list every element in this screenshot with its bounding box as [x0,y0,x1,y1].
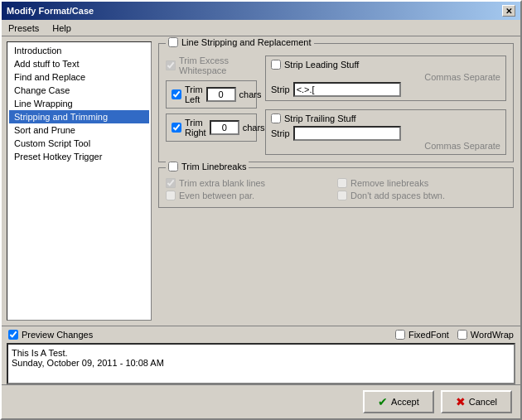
sidebar-item-stripping[interactable]: Stripping and Trimming [9,110,149,123]
menu-presets[interactable]: Presets [5,22,42,34]
trim-right-label[interactable]: Trim Right [172,118,206,138]
line-stripping-title: Line Stripping and Replacement [166,37,314,47]
left-column: Trim Excess Whitespace Trim Left chars [166,56,257,155]
close-button[interactable]: ✕ [502,5,515,17]
main-panel: Line Stripping and Replacement Trim Exce… [152,36,520,326]
menu-help[interactable]: Help [49,22,75,34]
preview-changes-label[interactable]: Preview Changes [8,330,93,340]
cancel-label: Cancel [469,397,497,407]
footer: ✔ Accept ✖ Cancel [2,384,520,418]
trim-excess-checkbox[interactable] [166,60,176,70]
lb-remove-linebreaks[interactable]: Remove linebreaks [337,178,506,188]
lb-remove-linebreaks-checkbox[interactable] [337,178,347,188]
strip-trailing-input-row: Strip [271,126,500,141]
lb-even-between-checkbox[interactable] [166,191,176,200]
trim-left-input[interactable] [206,87,236,102]
window-title: Modify Format/Case [7,6,94,16]
trim-excess-label[interactable]: Trim Excess Whitespace [166,56,257,75]
menu-bar: Presets Help [2,20,520,36]
word-wrap-label[interactable]: WordWrap [457,330,514,340]
bottom-section: Preview Changes FixedFont WordWrap This … [2,326,520,384]
word-wrap-checkbox[interactable] [457,330,467,340]
right-column: Strip Leading Stuff Commas Separate Stri… [265,56,506,155]
trim-left-box: Trim Left chars [166,80,257,109]
preview-content: This Is A Test. Sunday, October 09, 2011… [7,343,515,384]
sidebar-item-sort-prune[interactable]: Sort and Prune [9,123,149,137]
preview-changes-checkbox[interactable] [8,330,18,340]
lb-trim-blank[interactable]: Trim extra blank lines [166,178,335,188]
accept-button[interactable]: ✔ Accept [363,390,434,413]
strip-trailing-row: Strip Trailing Stuff [271,113,500,123]
lb-even-between[interactable]: Even between par. [166,191,335,200]
main-window: Modify Format/Case ✕ Presets Help Introd… [0,0,522,420]
sidebar-item-preset-hotkey[interactable]: Preset Hotkey Trigger [9,150,149,163]
strip-leading-commas: Commas Separate [271,72,500,82]
linebreaks-group: Trim Linebreaks Trim extra blank lines R… [158,167,514,208]
preview-line1: This Is A Test. [12,348,510,358]
strip-trailing-section: Strip Trailing Stuff Strip Commas Separa… [265,109,506,155]
strip-trailing-checkbox[interactable] [271,113,281,123]
strip-leading-input-row: Strip [271,82,500,97]
linebreaks-options: Trim extra blank lines Remove linebreaks… [166,178,506,200]
fixed-font-label[interactable]: FixedFont [395,330,449,340]
strip-trailing-strip-label: Strip [271,128,290,138]
sidebar-item-line-wrapping[interactable]: Line Wrapping [9,97,149,110]
fixed-font-checkbox[interactable] [395,330,405,340]
strip-leading-label[interactable]: Strip Leading Stuff [271,60,359,70]
trim-left-chars: chars [239,89,262,99]
lb-no-spaces-checkbox[interactable] [337,191,347,200]
trim-right-box: Trim Right chars [166,113,257,142]
lb-no-spaces[interactable]: Don't add spaces btwn. [337,191,506,200]
preview-controls-row: Preview Changes FixedFont WordWrap [2,326,520,343]
sidebar-item-find-replace[interactable]: Find and Replace [9,70,149,84]
trim-left-checkbox[interactable] [172,89,181,99]
accept-label: Accept [391,397,419,407]
linebreaks-title-label[interactable]: Trim Linebreaks [168,162,246,171]
strip-trailing-commas: Commas Separate [271,141,500,151]
trim-right-input[interactable] [210,120,239,135]
sidebar: Introduction Add stuff to Text Find and … [7,41,152,321]
content-area: Introduction Add stuff to Text Find and … [2,36,520,326]
line-stripping-group: Line Stripping and Replacement Trim Exce… [158,43,514,162]
strip-trailing-input[interactable] [293,126,401,141]
stripping-grid: Trim Excess Whitespace Trim Left chars [166,56,506,155]
line-stripping-label: Line Stripping and Replacement [181,37,312,47]
lb-trim-blank-checkbox[interactable] [166,178,176,188]
sidebar-item-custom-script[interactable]: Custom Script Tool [9,137,149,150]
trim-left-label[interactable]: Trim Left [172,84,203,104]
trim-right-checkbox[interactable] [172,123,181,133]
trim-right-chars: chars [243,123,265,133]
preview-line2: Sunday, October 09, 2011 - 10:08 AM [12,358,510,368]
strip-leading-strip-label: Strip [271,84,290,94]
strip-leading-checkbox[interactable] [271,60,281,70]
title-bar: Modify Format/Case ✕ [2,2,520,20]
accept-icon: ✔ [378,395,388,408]
sidebar-item-change-case[interactable]: Change Case [9,84,149,97]
cancel-button[interactable]: ✖ Cancel [441,390,512,413]
strip-leading-input[interactable] [293,82,401,97]
strip-trailing-label[interactable]: Strip Trailing Stuff [271,113,356,123]
strip-leading-section: Strip Leading Stuff Commas Separate Stri… [265,56,506,101]
linebreaks-checkbox[interactable] [168,162,178,171]
sidebar-item-add-stuff[interactable]: Add stuff to Text [9,57,149,70]
sidebar-item-introduction[interactable]: Introduction [9,44,149,57]
line-stripping-checkbox[interactable] [168,37,178,47]
linebreaks-title: Trim Linebreaks [166,162,249,171]
cancel-icon: ✖ [456,395,466,408]
trim-excess-section: Trim Excess Whitespace [166,56,257,75]
strip-leading-row: Strip Leading Stuff [271,60,500,70]
